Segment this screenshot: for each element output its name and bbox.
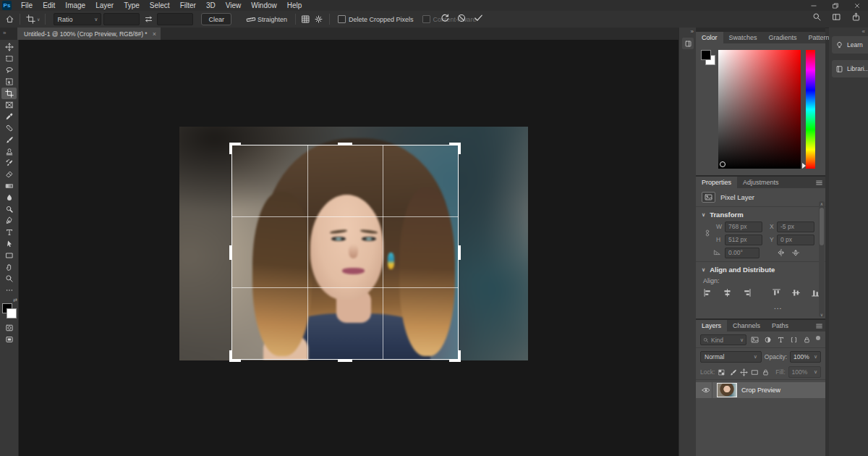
history-panel-icon[interactable] [682, 38, 694, 49]
tool-dodge[interactable] [1, 203, 17, 215]
menu-filter[interactable]: Filter [175, 0, 201, 11]
screen-mode-icon[interactable] [1, 334, 17, 345]
tool-rectangle[interactable] [1, 250, 17, 261]
swap-colors-icon[interactable]: ⇄ [13, 297, 17, 303]
tool-hand[interactable] [1, 261, 17, 273]
tool-gradient[interactable] [1, 180, 17, 192]
hue-slider-arrow[interactable] [802, 163, 806, 169]
crop-handle-top[interactable] [338, 143, 352, 145]
scrollbar-thumb[interactable] [820, 208, 824, 245]
tab-adjustments[interactable]: Adjustments [737, 177, 785, 188]
width-field[interactable]: 768 px [725, 221, 762, 232]
menu-select[interactable]: Select [145, 0, 175, 11]
minimize-icon[interactable] [803, 0, 825, 11]
tool-blur[interactable] [1, 192, 17, 203]
lock-pixels-icon[interactable] [729, 368, 737, 376]
rotate-angle-field[interactable]: 0.00° [725, 248, 760, 258]
crop-handle-bottom[interactable] [338, 359, 352, 362]
tool-eraser[interactable] [1, 169, 17, 180]
tool-lasso[interactable] [1, 64, 17, 76]
restore-icon[interactable] [825, 0, 846, 11]
align-center-vertical-icon[interactable] [791, 288, 801, 297]
saturation-brightness-field[interactable] [718, 50, 801, 169]
link-icon[interactable] [703, 227, 712, 240]
tool-path-selection[interactable] [1, 238, 17, 250]
clear-button[interactable]: Clear [201, 13, 231, 25]
menu-view[interactable]: View [221, 0, 247, 11]
y-field[interactable]: 0 px [777, 235, 814, 245]
tool-move[interactable] [1, 41, 17, 53]
tool-history-brush[interactable] [1, 157, 17, 169]
arrange-icon[interactable] [832, 12, 841, 22]
properties-scrollbar[interactable]: ∧ ∨ [819, 201, 825, 317]
menu-3d[interactable]: 3D [201, 0, 221, 11]
collapse-icon[interactable]: » [691, 28, 694, 35]
layer-thumbnail[interactable] [717, 383, 737, 397]
filter-toggle-dot[interactable] [816, 336, 820, 340]
tool-clone-stamp[interactable] [1, 145, 17, 157]
foreground-background-swatches[interactable]: ⇄ [0, 300, 18, 322]
straighten-label[interactable]: Straighten [258, 16, 287, 23]
lock-transparency-icon[interactable] [718, 368, 726, 376]
tab-color[interactable]: Color [696, 32, 723, 43]
more-options-ellipsis[interactable]: ... [696, 300, 825, 311]
expand-panels-icon[interactable]: » [3, 28, 6, 38]
tool-type[interactable] [1, 227, 17, 238]
transform-section-header[interactable]: ∨ Transform [696, 207, 825, 221]
share-icon[interactable] [851, 12, 861, 22]
menu-image[interactable]: Image [60, 0, 90, 11]
delete-cropped-pixels-label[interactable]: Delete Cropped Pixels [349, 16, 414, 23]
tab-swatches[interactable]: Swatches [723, 32, 763, 43]
align-right-icon[interactable] [742, 288, 752, 297]
panel-menu-icon[interactable] [812, 177, 825, 188]
reset-icon[interactable] [440, 13, 450, 23]
tab-paths[interactable]: Paths [766, 320, 794, 332]
tool-crop[interactable] [1, 88, 17, 99]
lock-all-icon[interactable] [762, 368, 770, 376]
straighten-icon[interactable] [244, 13, 258, 26]
color-picker-dot[interactable] [720, 161, 726, 167]
commit-crop-icon[interactable] [473, 12, 484, 23]
crop-handle-bottom-right[interactable] [449, 350, 461, 362]
background-color-swatch[interactable] [7, 308, 17, 318]
crop-width-input[interactable] [103, 13, 140, 25]
align-top-icon[interactable] [772, 288, 781, 297]
tool-eyedropper[interactable] [1, 111, 17, 122]
lock-position-icon[interactable] [740, 368, 748, 376]
tab-channels[interactable]: Channels [727, 320, 766, 332]
tab-gradients[interactable]: Gradients [763, 32, 803, 43]
layer-visibility-eye-icon[interactable] [700, 382, 712, 398]
filter-adjustment-layers-icon[interactable] [762, 335, 773, 345]
crop-handle-bottom-left[interactable] [229, 350, 241, 362]
menu-help[interactable]: Help [282, 0, 307, 11]
edit-toolbar-icon[interactable] [1, 284, 17, 296]
scroll-up-icon[interactable]: ∧ [820, 202, 823, 206]
collapse-icon[interactable]: « [862, 28, 865, 35]
crop-box[interactable] [231, 145, 459, 360]
quick-mask-icon[interactable] [1, 322, 17, 334]
crop-handle-top-right[interactable] [449, 143, 461, 154]
opacity-field[interactable]: 100% ∨ [790, 351, 821, 363]
canvas[interactable] [19, 40, 678, 456]
filter-kind-select[interactable]: Kind ∨ [700, 334, 746, 345]
menu-type[interactable]: Type [119, 0, 145, 11]
blend-mode-select[interactable]: Normal ∨ [700, 351, 762, 363]
filter-pixel-layers-icon[interactable] [749, 335, 760, 345]
hue-slider[interactable] [806, 50, 815, 169]
tool-zoom[interactable] [1, 273, 17, 284]
learn-panel-button[interactable]: Learn [832, 36, 868, 54]
menu-layer[interactable]: Layer [90, 0, 119, 11]
filter-type-layers-icon[interactable] [775, 335, 786, 345]
layer-row-crop-preview[interactable]: Crop Preview [696, 382, 825, 398]
gear-icon[interactable] [312, 13, 326, 26]
menu-file[interactable]: File [16, 0, 38, 11]
flip-horizontal-icon[interactable] [777, 248, 786, 257]
filter-shape-layers-icon[interactable] [788, 335, 799, 345]
scroll-down-icon[interactable]: ∨ [819, 312, 825, 317]
flip-vertical-icon[interactable] [791, 248, 800, 257]
tool-brush[interactable] [1, 134, 17, 145]
tab-layers[interactable]: Layers [696, 320, 727, 332]
height-field[interactable]: 512 px [725, 235, 762, 245]
align-section-header[interactable]: ∨ Align and Distribute [696, 261, 825, 276]
tool-frame[interactable] [1, 99, 17, 111]
